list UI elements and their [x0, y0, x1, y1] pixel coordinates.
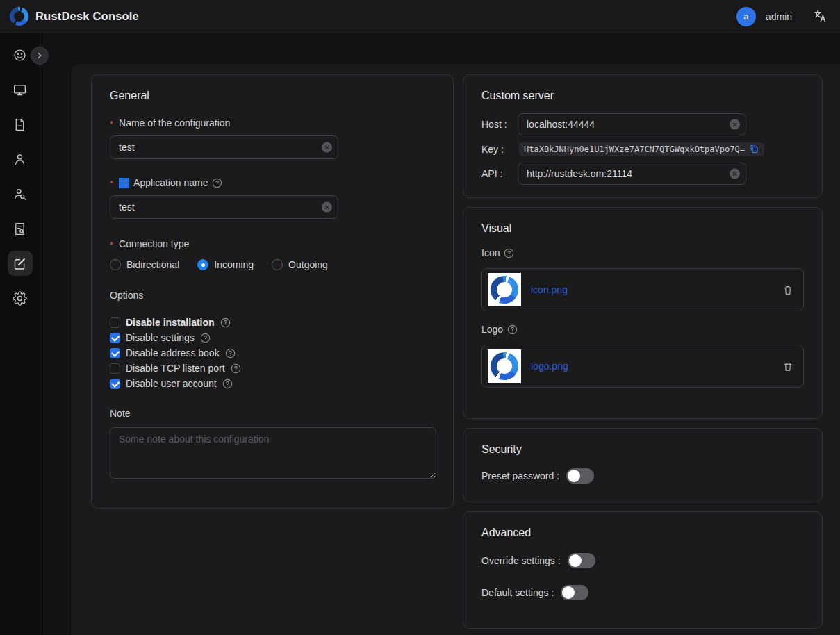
override-settings-row: Override settings : [481, 553, 804, 568]
sidebar [0, 33, 40, 635]
sidebar-item-users[interactable] [8, 147, 33, 172]
custom-server-card: Custom server Host : ✕ Key : HtaXBkJNHy [463, 74, 823, 198]
visual-card: Visual Icon icon.png [463, 207, 823, 419]
preset-password-row: Preset password : [481, 468, 804, 484]
config-name-label: Name of the configuration [110, 117, 435, 129]
config-name-input[interactable] [110, 135, 338, 159]
checkbox-icon [110, 318, 120, 328]
chevron-right-icon [35, 51, 44, 60]
connection-type-group: Bidirectional Incoming Outgoing [110, 259, 435, 270]
checkbox-icon [110, 348, 120, 358]
delete-logo-button[interactable] [782, 361, 793, 372]
logo-label: Logo [481, 324, 804, 335]
radio-bidirectional[interactable]: Bidirectional [110, 259, 179, 270]
username[interactable]: admin [766, 11, 792, 22]
rustdesk-logo-icon [491, 352, 518, 380]
logo-preview [488, 349, 521, 383]
checkbox-icon [110, 379, 120, 389]
api-input[interactable] [518, 163, 746, 185]
general-title: General [110, 90, 435, 102]
checkbox-disable-installation[interactable]: Disable installation [110, 315, 435, 330]
document-icon [13, 117, 27, 132]
delete-icon-button[interactable] [782, 284, 793, 296]
help-icon[interactable] [222, 379, 233, 389]
note-textarea[interactable] [110, 427, 436, 479]
connection-type-label: Connection type [110, 238, 435, 249]
help-icon[interactable] [212, 178, 222, 188]
sidebar-item-user-search[interactable] [8, 181, 33, 206]
override-settings-toggle[interactable] [568, 553, 595, 568]
preset-password-label: Preset password : [481, 470, 559, 481]
clear-icon[interactable]: ✕ [322, 142, 332, 153]
radio-outgoing[interactable]: Outgoing [272, 259, 328, 270]
sidebar-item-logs[interactable] [8, 112, 33, 137]
help-icon[interactable] [507, 324, 518, 335]
default-settings-toggle[interactable] [561, 585, 588, 600]
security-title: Security [481, 443, 804, 456]
radio-incoming[interactable]: Incoming [197, 259, 254, 270]
trash-icon [782, 284, 793, 296]
smiley-icon [13, 48, 27, 63]
sidebar-item-custom-client[interactable] [8, 251, 33, 276]
user-search-icon [13, 187, 27, 201]
trash-icon [782, 361, 793, 372]
options-label: Options [110, 290, 435, 301]
help-icon[interactable] [225, 348, 236, 358]
checkbox-disable-tcp-listen-port[interactable]: Disable TCP listen port [110, 361, 435, 376]
override-settings-label: Override settings : [481, 555, 561, 566]
advanced-card: Advanced Override settings : Default set… [463, 511, 823, 629]
app-name-input[interactable] [110, 195, 338, 219]
icon-preview [488, 273, 521, 306]
checkbox-disable-settings[interactable]: Disable settings [110, 330, 435, 345]
brand: RustDesk Console [10, 7, 139, 26]
copy-icon[interactable] [749, 144, 759, 154]
language-switch-button[interactable] [813, 9, 827, 24]
sidebar-item-devices[interactable] [8, 77, 33, 102]
preset-password-toggle[interactable] [566, 468, 594, 484]
clear-icon[interactable]: ✕ [730, 169, 740, 179]
logo-file-link[interactable]: logo.png [531, 361, 568, 372]
checkbox-icon [110, 333, 120, 343]
avatar[interactable]: a [736, 7, 756, 26]
api-label: API : [481, 168, 518, 179]
key-value: HtaXBkJNHyn0e1U1jWXze7A7CN7QTGWqxkOtpaVp… [524, 145, 745, 154]
host-field: ✕ [518, 113, 746, 135]
radio-icon [272, 259, 283, 270]
sidebar-item-dashboard[interactable] [8, 42, 33, 67]
icon-file-box: icon.png [481, 268, 804, 311]
checkbox-disable-user-account[interactable]: Disable user account [110, 376, 435, 391]
config-name-field: ✕ [110, 135, 338, 159]
help-icon[interactable] [200, 333, 211, 343]
rustdesk-logo-icon [10, 7, 28, 26]
gear-icon [13, 291, 27, 306]
content-sheet: General Name of the configuration ✕ [72, 64, 840, 635]
checkbox-disable-address-book[interactable]: Disable address book [110, 345, 435, 361]
options-list: Disable installation Disable settings Di [110, 315, 435, 391]
host-label: Host : [481, 119, 518, 130]
help-icon[interactable] [504, 248, 514, 258]
radio-icon [197, 259, 208, 270]
logo-file-box: logo.png [481, 345, 804, 388]
edit-icon [13, 256, 27, 271]
monitor-icon [13, 83, 27, 97]
sidebar-item-audit[interactable] [8, 216, 33, 241]
help-icon[interactable] [231, 363, 241, 374]
rustdesk-logo-icon [491, 276, 518, 304]
visual-title: Visual [481, 222, 804, 235]
document-search-icon [13, 222, 27, 236]
advanced-title: Advanced [481, 527, 804, 539]
sidebar-expand-button[interactable] [31, 47, 49, 65]
help-icon[interactable] [220, 318, 231, 328]
icon-file-link[interactable]: icon.png [531, 284, 568, 295]
app-name-label: Application name [110, 177, 435, 188]
translate-icon [813, 9, 827, 24]
clear-icon[interactable]: ✕ [730, 119, 740, 130]
sidebar-item-settings[interactable] [8, 286, 33, 311]
app-title: RustDesk Console [35, 10, 139, 23]
clear-icon[interactable]: ✕ [322, 202, 332, 213]
key-value-box: HtaXBkJNHyn0e1U1jWXze7A7CN7QTGWqxkOtpaVp… [519, 142, 764, 156]
host-input[interactable] [518, 113, 746, 135]
main-area: General Name of the configuration ✕ [40, 33, 840, 635]
default-settings-label: Default settings : [481, 587, 554, 598]
windows-icon [119, 178, 129, 188]
